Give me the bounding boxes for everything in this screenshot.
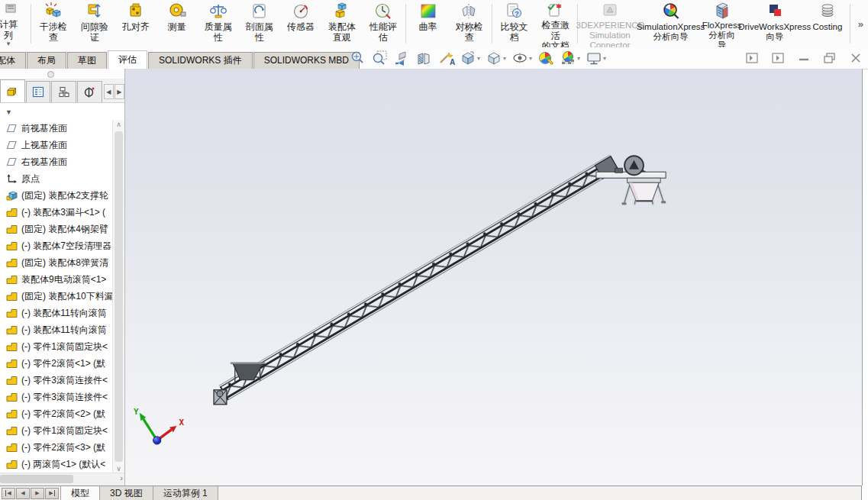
tab-assembly[interactable]: 装配体 [0,52,26,69]
scrollbar-thumb[interactable] [115,131,123,462]
assembly-icon [5,408,18,420]
tree-item-front-plane[interactable]: 前视基准面 [0,120,113,137]
apply-scene-button[interactable]: ▾ [558,49,582,67]
apply-scene-caret[interactable]: ▾ [577,55,580,62]
view-settings-caret[interactable]: ▾ [603,55,606,62]
minimize-button[interactable] [796,50,812,66]
tree-item-component[interactable]: (-) 装配体7空段清理器 [0,237,113,254]
panel-splitter[interactable] [0,69,124,79]
panel-tab-scroll-left[interactable]: ◀ [104,84,114,99]
view-orientation-button[interactable]: ▾ [458,49,482,67]
previous-view-button[interactable] [392,49,411,67]
check-active-document-button[interactable]: 检查激活 的文档 ▾ [534,0,576,47]
assembly-icon [5,358,18,369]
scroll-down-icon[interactable]: ∨ [113,465,124,473]
last-tab-button[interactable]: ▶ [45,488,59,499]
scrollbar-thumb[interactable] [0,475,73,483]
tree-horizontal-scrollbar[interactable]: › [0,473,124,485]
collapse-left-pane-button[interactable] [744,50,760,66]
annotation-views-button[interactable]: A [436,49,456,67]
tab-solidworks-mbd[interactable]: SOLIDWORKS MBD [253,52,360,69]
tree-item-component[interactable]: (-) 装配体11转向滚筒 [0,321,113,338]
tree-item-top-plane[interactable]: 上视基准面 [0,137,113,153]
tree-item-origin[interactable]: 原点 [0,170,113,187]
restore-button[interactable] [822,50,837,66]
collapse-right-pane-button[interactable] [770,50,786,66]
mass-properties-button[interactable]: 质量属 性 [198,0,239,47]
calculate-button[interactable]: 计算 列 ▾ [0,0,29,47]
performance-evaluation-button[interactable]: 性能评 估 [363,0,404,47]
zoom-to-fit-icon [349,50,366,66]
mass-properties-icon [208,1,228,22]
measure-button[interactable]: 测量 [156,0,198,47]
tree-item-component[interactable]: (-) 装配体11转向滚筒 [0,305,113,321]
featuremanager-tab[interactable] [0,79,25,102]
tree-item-component[interactable]: (-) 两滚筒<1> (默认< [0,456,113,473]
tree-item-component[interactable]: (-) 零件2滚筒<3> (默 [0,439,113,456]
tree-item-component[interactable]: (固定) 装配体2支撑轮 [0,187,113,204]
curvature-button[interactable]: 曲率 [408,0,449,47]
configurationmanager-tab[interactable] [51,81,76,102]
clearance-verification-icon [85,1,105,22]
simulationxpress-button[interactable]: SimulationXpress 分析向导 [641,0,702,47]
display-style-caret[interactable]: ▾ [503,55,506,62]
3dexperience-simulation-connector-button[interactable]: 3DEXPERIENCE Simulation Connector [579,0,640,47]
hide-show-items-caret[interactable]: ▾ [529,55,532,62]
sensor-button[interactable]: 传感器 [280,0,321,47]
tab-sketch[interactable]: 草图 [67,52,107,69]
toolbar-overflow-button[interactable]: » [853,18,868,30]
propertymanager-tab[interactable] [26,81,51,102]
compare-documents-button[interactable]: ? 比较文 档 [493,0,534,47]
section-view-button[interactable] [414,49,434,67]
tree-item-component[interactable]: (-) 装配体3漏斗<1> ( [0,204,113,221]
costing-button[interactable]: Costing [807,0,848,47]
tree-item-component[interactable]: 装配体9电动滚筒<1> [0,271,113,288]
tab-evaluate[interactable]: 评估 [108,50,147,69]
clearance-verification-button[interactable]: 间隙验 证 [74,0,115,47]
view-settings-button[interactable]: ▾ [584,49,608,67]
next-tab-button[interactable]: ▶ [31,488,44,499]
tab-solidworks-addins[interactable]: SOLIDWORKS 插件 [148,52,253,69]
tree-item-component[interactable]: (固定) 装配体10下料漏 [0,288,113,305]
hide-show-items-button[interactable]: ▾ [510,49,534,67]
view-orientation-caret[interactable]: ▾ [477,55,480,62]
driveworksxpress-button[interactable]: DriveWorksXpress 向导 [743,0,807,47]
graphics-viewport[interactable]: Y X [124,69,863,485]
tree-item-component[interactable]: (-) 零件3滚筒连接件< [0,372,113,389]
assembly-icon [5,291,18,302]
tree-item-component[interactable]: (固定) 装配体4钢架臂 [0,221,113,237]
first-tab-button[interactable]: ◀ [2,488,15,499]
motion-study-tab[interactable]: 运动算例 1 [153,486,218,500]
zoom-to-fit-button[interactable] [347,49,367,67]
tree-item-right-plane[interactable]: 右视基准面 [0,153,113,170]
assembly-visualization-button[interactable]: 装配体 直观 [321,0,363,47]
hole-alignment-button[interactable]: 孔对齐 [115,0,156,47]
tree-vertical-scrollbar[interactable]: ∧ ∨ [112,120,124,473]
dimxpertmanager-tab[interactable] [77,81,102,102]
previous-tab-button[interactable]: ◀ [16,488,30,499]
zoom-to-area-button[interactable] [369,49,389,67]
assembly-icon [5,375,18,386]
conveyor-assembly-model[interactable]: Y X [124,69,862,485]
scroll-right-icon[interactable]: › [120,473,123,482]
display-style-button[interactable]: ▾ [484,49,508,67]
interference-detection-button[interactable]: 干涉检 查 [33,0,74,47]
tab-layout[interactable]: 布局 [27,52,66,69]
panel-tab-scroll-right[interactable]: ▶ [115,84,124,99]
tree-item-component[interactable]: (-) 零件3滚筒连接件< [0,389,113,405]
3d-views-tab[interactable]: 3D 视图 [100,486,153,500]
tree-item-component[interactable]: (-) 零件2滚筒<1> (默 [0,355,113,372]
splitter-knob-icon[interactable] [47,71,54,78]
tree-item-component[interactable]: (-) 零件2滚筒<2> (默 [0,405,113,422]
tree-item-component[interactable]: (-) 零件1滚筒固定块< [0,338,113,355]
tree-item-component[interactable]: (固定) 装配体8弹簧清 [0,254,113,271]
tree-item-component[interactable]: (-) 零件1滚筒固定块< [0,422,113,439]
close-button[interactable] [848,50,863,66]
model-tab[interactable]: 模型 [60,486,100,500]
scroll-up-icon[interactable]: ∧ [113,121,124,128]
floxpress-button[interactable]: FloXpress 分析向 导 [702,0,743,47]
command-tab-row: 装配体 布局 草图 评估 SOLIDWORKS 插件 SOLIDWORKS MB… [0,47,868,69]
section-properties-button[interactable]: 剖面属 性 [239,0,280,47]
symmetry-check-button[interactable]: 对称检 查 [449,0,490,47]
edit-appearance-button[interactable] [536,49,556,67]
